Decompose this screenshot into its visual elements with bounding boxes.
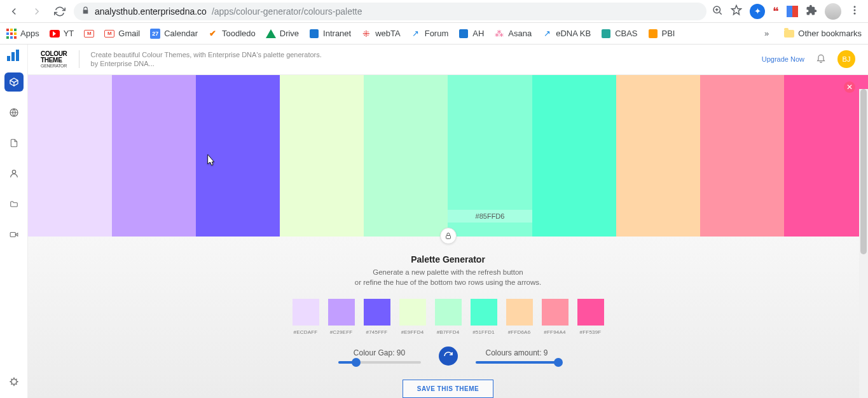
swatch[interactable]: [471, 299, 497, 326]
rail-item-video[interactable]: [4, 225, 24, 244]
favorite-icon[interactable]: [731, 4, 742, 18]
extension-icon[interactable]: ✦: [750, 4, 765, 19]
bookmark-label: Toodledo: [222, 29, 256, 38]
bookmark-label: Intranet: [323, 29, 351, 38]
notifications-icon[interactable]: [816, 53, 826, 65]
user-avatar[interactable]: BJ: [837, 50, 855, 68]
upgrade-link[interactable]: Upgrade Now: [762, 55, 804, 63]
swatch[interactable]: [506, 299, 533, 326]
bookmark-icon: [6, 29, 17, 39]
bookmark-label: PBI: [662, 29, 675, 38]
bookmarks-bar: AppsYTMMGmail27Calendar✔ToodledoDriveInt…: [0, 23, 868, 45]
palette-column[interactable]: [364, 75, 448, 237]
refresh-button[interactable]: [439, 347, 458, 366]
palette-hex-label: #85FFD6: [448, 210, 532, 223]
swatch-item: #FF94A4: [542, 299, 568, 335]
chrome-profile-avatar[interactable]: [825, 3, 841, 20]
swatch[interactable]: [399, 299, 426, 326]
bookmark-item[interactable]: CBAS: [601, 29, 637, 39]
nav-back-button[interactable]: [5, 3, 23, 20]
swatch[interactable]: [328, 299, 355, 326]
swatch-hex-label: #E9FFD4: [401, 329, 424, 335]
palette-column[interactable]: [112, 75, 196, 237]
swatch[interactable]: [542, 299, 568, 326]
chrome-menu-icon[interactable]: [849, 4, 860, 18]
bookmark-item[interactable]: PBI: [648, 29, 675, 39]
palette-column[interactable]: [196, 75, 280, 237]
scrollbar[interactable]: [859, 89, 868, 398]
nav-forward-button[interactable]: [28, 3, 46, 20]
svg-rect-7: [446, 235, 450, 238]
scrollbar-thumb[interactable]: [860, 89, 867, 254]
bookmark-item[interactable]: ↗Forum: [411, 29, 449, 39]
rail-logo-icon[interactable]: [7, 50, 21, 61]
swatch-hex-label: #C29EFF: [330, 329, 353, 335]
zoom-icon[interactable]: [712, 4, 723, 18]
bookmark-label: Gmail: [118, 29, 140, 38]
extensions-menu-icon[interactable]: [806, 4, 817, 18]
nav-reload-button[interactable]: [51, 3, 69, 20]
other-bookmarks-label: Other bookmarks: [798, 29, 862, 38]
controls-row: Colour Gap: 90 Colours amount: 9: [28, 347, 868, 366]
extension-icon-3[interactable]: [787, 6, 798, 17]
bookmark-icon: ↗: [411, 29, 421, 39]
app-header: COLOUR THEME GENERATOR Create beautiful …: [28, 45, 868, 75]
swatch[interactable]: [577, 299, 604, 326]
swatch-item: #51FFD1: [471, 299, 497, 335]
swatch-hex-label: #FF539F: [580, 329, 602, 335]
bookmark-item[interactable]: ↗eDNA KB: [542, 29, 591, 39]
svg-point-5: [12, 170, 15, 174]
swatch-hex-label: #745FFF: [366, 329, 388, 335]
swatch[interactable]: [364, 299, 390, 326]
bookmark-item[interactable]: ⁂Asana: [494, 29, 532, 39]
swatch-hex-label: #FFD6A6: [508, 329, 531, 335]
save-theme-button[interactable]: SAVE THIS THEME: [403, 380, 493, 398]
bookmark-item[interactable]: Drive: [266, 29, 299, 39]
palette-column[interactable]: [700, 75, 784, 237]
bookmark-item[interactable]: 27Calendar: [150, 29, 198, 39]
app-logo[interactable]: COLOUR THEME GENERATOR: [41, 51, 67, 68]
bookmark-icon: ↗: [542, 29, 552, 39]
close-icon[interactable]: ✕: [844, 81, 855, 93]
palette-column[interactable]: [784, 75, 868, 237]
lock-icon[interactable]: [440, 228, 457, 244]
subtitle-line1: Generate a new palette with the refresh …: [28, 267, 868, 277]
rail-item-globe[interactable]: [4, 103, 24, 122]
swatch-item: #E9FFD4: [399, 299, 426, 335]
rail-item-palette[interactable]: [4, 72, 24, 92]
palette-column[interactable]: [28, 75, 112, 237]
bookmark-item[interactable]: ✔Toodledo: [208, 29, 256, 39]
palette-column[interactable]: [616, 75, 700, 237]
rail-item-document[interactable]: [4, 134, 24, 153]
bookmark-item[interactable]: M: [84, 29, 94, 39]
swatch-item: #745FFF: [364, 299, 390, 335]
left-rail: [0, 45, 28, 398]
rail-item-settings[interactable]: [4, 373, 24, 392]
palette-column[interactable]: #85FFD6: [448, 75, 532, 237]
bookmark-item[interactable]: MGmail: [104, 29, 140, 39]
tagline: Create beautiful Colour Themes, with Ent…: [91, 50, 322, 69]
colour-gap-slider[interactable]: [338, 361, 421, 364]
palette-column[interactable]: [280, 75, 364, 237]
rail-item-user[interactable]: [4, 164, 24, 183]
swatch[interactable]: [293, 299, 319, 326]
palette-column[interactable]: [532, 75, 616, 237]
tagline-line1: Create beautiful Colour Themes, with Ent…: [91, 50, 322, 59]
other-bookmarks[interactable]: Other bookmarks: [784, 29, 862, 38]
bookmark-label: Apps: [20, 29, 39, 38]
bookmark-item[interactable]: ⁜webTA: [361, 29, 401, 39]
rail-item-folder[interactable]: [4, 195, 24, 214]
bookmarks-overflow-icon[interactable]: »: [764, 29, 774, 38]
bookmark-item[interactable]: Apps: [6, 29, 39, 39]
svg-point-1: [854, 6, 856, 8]
bookmark-item[interactable]: YT: [50, 29, 74, 39]
swatch[interactable]: [435, 299, 462, 326]
extension-icon-2[interactable]: ❝: [773, 4, 779, 18]
bookmark-item[interactable]: AH: [458, 29, 484, 39]
url-bar[interactable]: analysthub.enterprisedna.co/apps/colour-…: [74, 3, 706, 20]
swatch-item: #FFD6A6: [506, 299, 533, 335]
bookmark-item[interactable]: Intranet: [309, 29, 351, 39]
generator-subtitle: Generate a new palette with the refresh …: [28, 267, 868, 287]
browser-nav-bar: analysthub.enterprisedna.co/apps/colour-…: [0, 0, 868, 23]
colours-amount-slider[interactable]: [476, 361, 558, 364]
